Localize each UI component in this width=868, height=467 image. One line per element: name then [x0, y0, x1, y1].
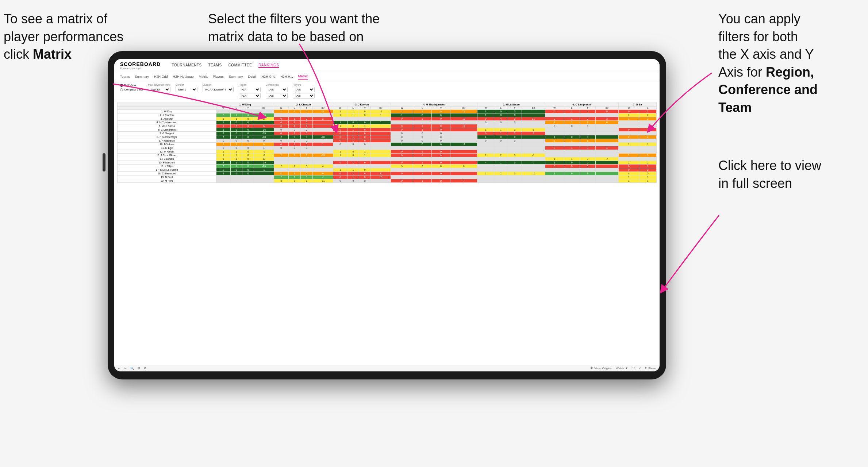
matrix-cell: 1: [274, 172, 288, 175]
region-select2[interactable]: N/A: [239, 93, 261, 99]
gender-select[interactable]: Men's: [176, 87, 197, 92]
matrix-cell: 1: [216, 150, 231, 154]
matrix-cell: 0: [508, 154, 522, 157]
zoom-in-icon[interactable]: 🔍: [130, 367, 134, 370]
subnav-h2h-heatmap[interactable]: H2H Heatmap: [173, 74, 194, 79]
grid-icon[interactable]: ⊞: [138, 367, 140, 370]
sh-5-w: W: [477, 107, 494, 110]
subnav-summary2[interactable]: Summary: [229, 74, 243, 79]
matrix-cell: 1: [564, 157, 580, 161]
undo-icon[interactable]: ↩: [118, 367, 120, 370]
matrix-cell: [522, 168, 545, 172]
players-select1[interactable]: (All): [293, 87, 315, 92]
compact-view-dot: [120, 88, 123, 91]
matrix-cell: 2: [274, 165, 288, 168]
redo-icon[interactable]: ↪: [124, 367, 127, 370]
max-players-select[interactable]: Top 25: [148, 87, 170, 92]
matrix-cell: 0: [508, 135, 522, 139]
nav-committee[interactable]: COMMITTEE: [228, 63, 252, 68]
table-row: 5. M La Sasso150601010101014000: [118, 124, 657, 128]
matrix-cell: 0: [494, 139, 508, 143]
division-select[interactable]: NCAA Division I: [203, 87, 234, 92]
subnav-matrix[interactable]: Matrix: [199, 74, 208, 79]
matrix-cell: [274, 150, 288, 154]
matrix-cell: 10: [254, 157, 274, 161]
settings-icon[interactable]: ⚙: [144, 367, 146, 370]
sh-7-l: L: [639, 107, 657, 110]
matrix-cell: [508, 179, 522, 183]
subnav-h2h-grid2[interactable]: H2H Grid: [262, 74, 276, 79]
player-name-cell: 14. J Lundin: [118, 157, 216, 161]
conference-select1[interactable]: (All): [266, 87, 288, 92]
nav-rankings[interactable]: RANKINGS: [258, 63, 279, 68]
matrix-cell: 0: [300, 165, 312, 168]
matrix-cell: 5: [230, 124, 242, 128]
matrix-cell: [477, 146, 494, 150]
share-icon: ⬆: [645, 367, 647, 370]
sub-header-empty: [118, 107, 216, 110]
watch-button[interactable]: Watch ▼: [616, 367, 628, 370]
compact-view-radio[interactable]: Compact View: [120, 88, 143, 91]
filters-bar: Full View Compact View Max players in vi…: [114, 81, 660, 101]
matrix-cell: 0: [359, 172, 371, 175]
matrix-cell: [639, 146, 657, 150]
matrix-table-wrapper[interactable]: 1. W Ding 2. L Clanton 3. J Koivun 4. M …: [117, 103, 657, 363]
players-filter: Players (All) (All): [293, 84, 315, 99]
matrix-cell: 3: [288, 172, 300, 175]
nav-teams[interactable]: TEAMS: [208, 63, 222, 68]
matrix-cell: 0: [300, 172, 312, 175]
matrix-content: 1. W Ding 2. L Clanton 3. J Koivun 4. M …: [114, 101, 660, 365]
region-select1[interactable]: N/A: [239, 87, 261, 92]
matrix-cell: [432, 175, 450, 179]
matrix-cell: [288, 157, 300, 161]
sh-5-dif: Dif: [522, 107, 545, 110]
matrix-cell: [432, 168, 450, 172]
matrix-cell: 0: [242, 117, 254, 121]
matrix-cell: -6: [254, 150, 274, 154]
view-options: Full View Compact View: [120, 84, 143, 91]
fullscreen-icon[interactable]: ⛶: [632, 367, 635, 370]
matrix-cell: 4: [618, 172, 639, 175]
sh-1-t: T: [242, 107, 254, 110]
matrix-cell: [580, 132, 595, 135]
matrix-cell: [413, 146, 432, 150]
matrix-cell: [522, 179, 545, 183]
matrix-cell: 2: [618, 113, 639, 117]
subnav-players[interactable]: Players: [213, 74, 224, 79]
matrix-cell: [391, 175, 413, 179]
conference-select2[interactable]: (All): [266, 93, 288, 99]
matrix-cell: [639, 157, 657, 161]
matrix-cell: [450, 132, 477, 135]
matrix-cell: [564, 143, 580, 146]
tablet-side-button[interactable]: [103, 153, 105, 171]
player-name-cell: 18. C Sherwood: [118, 172, 216, 175]
subnav-detail[interactable]: Detail: [248, 74, 257, 79]
matrix-cell: 2: [216, 132, 231, 135]
view-original[interactable]: 👁 View: Original: [590, 367, 612, 370]
share-button[interactable]: ⬆ Share: [645, 367, 656, 370]
matrix-cell: 0: [347, 150, 359, 154]
table-row: 4. M Thorbjornsen10001010010001110: [118, 121, 657, 124]
matrix-cell: 1: [413, 179, 432, 183]
matrix-cell: [450, 139, 477, 143]
subnav-h2hh[interactable]: H2H H...: [280, 74, 293, 79]
matrix-cell: 0: [242, 161, 254, 165]
subnav-matrix2[interactable]: Matrix: [298, 74, 308, 80]
subnav-summary[interactable]: Summary: [135, 74, 149, 79]
matrix-cell: 11: [312, 110, 333, 113]
sh-1-w: W: [216, 107, 231, 110]
matrix-cell: 1: [413, 150, 432, 154]
matrix-cell: [580, 143, 595, 146]
subnav-teams[interactable]: Teams: [120, 74, 130, 79]
expand-icon[interactable]: ⤢: [638, 367, 641, 370]
sh-2-dif: Dif: [312, 107, 333, 110]
matrix-cell: 0: [508, 132, 522, 135]
matrix-cell: 0: [333, 139, 347, 143]
subnav-h2h-grid[interactable]: H2H Grid: [154, 74, 168, 79]
players-select2[interactable]: (All): [293, 93, 315, 99]
player-name-cell: 7. G Sargent: [118, 132, 216, 135]
nav-tournaments[interactable]: TOURNAMENTS: [172, 63, 202, 68]
matrix-cell: 0: [242, 113, 254, 117]
full-view-radio[interactable]: Full View: [120, 84, 143, 87]
matrix-cell: [639, 139, 657, 143]
